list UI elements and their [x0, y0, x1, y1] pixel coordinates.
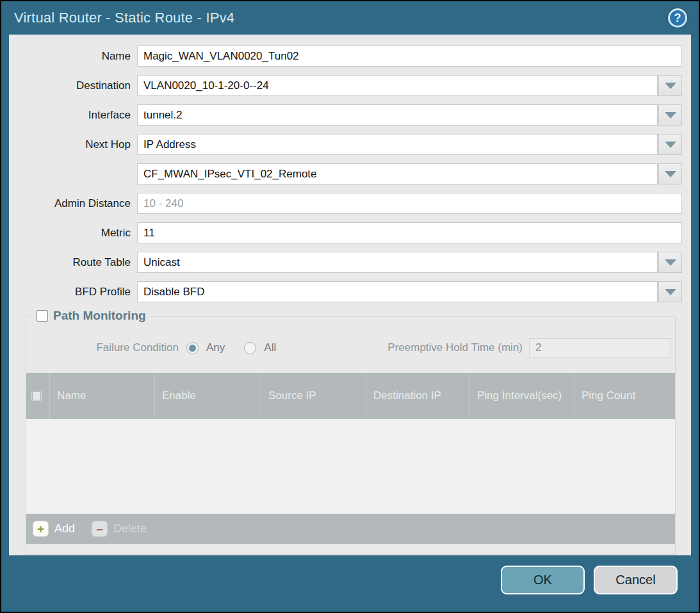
path-monitoring-legend: Path Monitoring [31, 309, 151, 323]
dialog-frame: Virtual Router - Static Route - IPv4 ? N… [1, 1, 699, 612]
interface-input[interactable] [137, 104, 658, 126]
chevron-down-icon [665, 289, 676, 295]
table-header-select-all [26, 373, 49, 419]
destination-input[interactable] [137, 75, 658, 96]
route-table-input[interactable] [137, 252, 658, 273]
failure-condition-all-option: All [244, 341, 276, 354]
chevron-down-icon [665, 83, 676, 89]
next-hop-address-input[interactable] [137, 163, 658, 184]
chevron-down-icon [665, 112, 676, 119]
failure-condition-row: Failure Condition Any All Preemptive Hol… [26, 337, 675, 359]
admin-distance-label: Admin Distance [9, 197, 137, 210]
chevron-down-icon [665, 259, 676, 266]
form-row-admin-distance: Admin Distance [9, 193, 682, 214]
add-button-label: Add [54, 522, 75, 535]
name-label: Name [9, 50, 137, 63]
route-table-label: Route Table [9, 256, 137, 269]
path-monitoring-title: Path Monitoring [53, 309, 146, 323]
radio-any-label: Any [206, 341, 225, 354]
column-header-ping-interval[interactable]: Ping Interval(sec) [469, 373, 574, 419]
form-row-next-hop: Next Hop [9, 134, 682, 155]
select-all-checkbox[interactable] [31, 391, 42, 401]
table-footer-bar: + Add – Delete [26, 514, 675, 544]
form-row-route-table: Route Table [9, 252, 682, 273]
radio-all[interactable] [244, 342, 256, 354]
form-row-interface: Interface [9, 104, 682, 126]
path-monitoring-table: Name Enable Source IP Destination IP Pin… [26, 373, 675, 544]
failure-condition-label: Failure Condition [26, 341, 186, 354]
ok-button[interactable]: OK [501, 566, 585, 594]
delete-button[interactable]: – Delete [92, 521, 147, 537]
next-hop-dropdown-button[interactable] [658, 134, 682, 155]
path-monitoring-group: Path Monitoring Failure Condition Any Al… [26, 316, 676, 555]
delete-button-label: Delete [113, 522, 147, 535]
bfd-profile-label: BFD Profile [9, 286, 137, 298]
preemptive-hold-time-label: Preemptive Hold Time (min) [295, 341, 529, 354]
bfd-profile-input[interactable] [137, 281, 658, 302]
admin-distance-input[interactable] [137, 193, 682, 214]
form-row-bfd-profile: BFD Profile [9, 281, 682, 302]
path-monitoring-checkbox[interactable] [37, 310, 48, 322]
bfd-profile-dropdown-button[interactable] [658, 281, 682, 302]
radio-all-label: All [264, 341, 276, 354]
next-hop-type-input[interactable] [137, 134, 658, 155]
metric-input[interactable] [137, 222, 682, 243]
minus-icon: – [92, 521, 108, 537]
interface-label: Interface [9, 109, 137, 122]
plus-icon: + [33, 521, 49, 537]
column-header-destination-ip[interactable]: Destination IP [366, 373, 469, 419]
column-header-source-ip[interactable]: Source IP [261, 373, 366, 419]
table-body-empty [26, 419, 675, 514]
chevron-down-icon [665, 142, 676, 148]
form-row-destination: Destination [9, 75, 682, 96]
metric-label: Metric [9, 227, 137, 240]
dialog-title: Virtual Router - Static Route - IPv4 [14, 10, 668, 26]
column-header-enable[interactable]: Enable [154, 373, 261, 419]
form-row-next-hop-address [9, 163, 682, 184]
destination-label: Destination [9, 79, 137, 92]
form-row-metric: Metric [9, 222, 682, 243]
chevron-down-icon [665, 171, 676, 177]
table-header-row: Name Enable Source IP Destination IP Pin… [26, 373, 675, 419]
radio-any[interactable] [186, 342, 199, 354]
help-icon[interactable]: ? [668, 8, 687, 28]
dialog-footer: OK Cancel [9, 555, 691, 604]
interface-dropdown-button[interactable] [658, 104, 682, 126]
cancel-button[interactable]: Cancel [594, 566, 678, 594]
add-button[interactable]: + Add [33, 521, 75, 537]
next-hop-address-dropdown-button[interactable] [658, 163, 682, 184]
failure-condition-any-option: Any [186, 341, 225, 354]
column-header-ping-count[interactable]: Ping Count [574, 373, 675, 419]
route-table-dropdown-button[interactable] [658, 252, 682, 273]
dialog-titlebar: Virtual Router - Static Route - IPv4 ? [1, 1, 699, 35]
form-row-name: Name [9, 45, 682, 67]
name-input[interactable] [137, 45, 682, 67]
destination-dropdown-button[interactable] [658, 75, 682, 96]
preemptive-hold-time-input[interactable] [529, 338, 671, 358]
dialog-body: Name Destination Interface [9, 35, 691, 558]
next-hop-label: Next Hop [9, 138, 137, 151]
column-header-name[interactable]: Name [49, 373, 154, 419]
